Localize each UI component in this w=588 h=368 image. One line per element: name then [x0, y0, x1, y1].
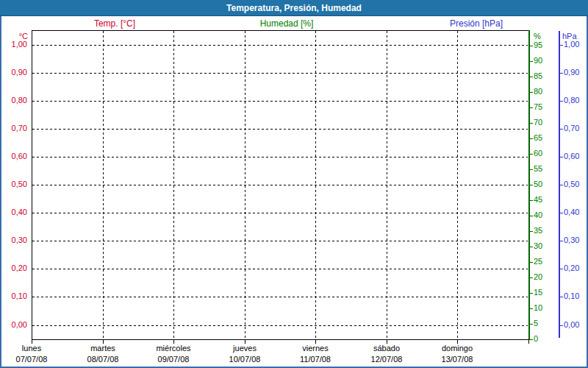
humidity-tick-label: 0	[534, 334, 551, 344]
humidity-tick-label: 5	[534, 319, 551, 328]
temp-tick-label: 0,40	[0, 208, 27, 217]
humidity-tick	[530, 262, 533, 263]
humidity-tick	[530, 247, 533, 247]
humidity-tick	[530, 92, 533, 93]
legend-pressure: Presión [hPa]	[450, 18, 503, 29]
humidity-tick-label: 10	[534, 303, 551, 313]
pressure-tick	[560, 45, 563, 46]
temp-tick-label: 0,20	[0, 263, 27, 273]
temp-tick-label: 0,00	[0, 320, 27, 330]
humidity-tick	[530, 107, 533, 108]
humidity-tick	[530, 138, 533, 139]
day-name-label: miércoles	[140, 344, 207, 353]
day-name-label: sábado	[354, 344, 420, 353]
pressure-tick-label: 0,70	[564, 124, 588, 133]
humidity-tick	[530, 308, 533, 309]
humidity-tick-label: 60	[534, 149, 551, 158]
humidity-tick-label: 30	[534, 241, 551, 251]
pressure-tick-label: 0,50	[564, 180, 588, 189]
pressure-tick	[560, 241, 563, 241]
humidity-tick	[530, 293, 533, 294]
humidity-tick-label: 40	[534, 210, 551, 220]
h-gridline	[32, 157, 528, 158]
humidity-tick	[530, 231, 533, 232]
humidity-tick-label: 25	[534, 257, 551, 266]
pressure-tick	[560, 73, 563, 74]
day-name-label: viernes	[282, 344, 348, 353]
humidity-tick	[530, 61, 533, 62]
humidity-tick	[530, 200, 533, 201]
humidity-tick-label: 85	[534, 71, 551, 81]
h-gridline	[32, 297, 528, 297]
pressure-tick	[560, 325, 563, 326]
chart-window: Temperatura, Presión, Humedad Temp. [°C]…	[0, 0, 588, 368]
humidity-tick-label: 70	[534, 118, 551, 127]
humidity-tick-label: 55	[534, 164, 551, 174]
day-date-label: 08/07/08	[70, 355, 136, 364]
humidity-tick-label: 65	[534, 133, 551, 143]
h-gridline	[32, 213, 528, 213]
day-name-label: jueves	[212, 344, 278, 353]
temp-tick-label: 0,80	[0, 96, 27, 105]
pressure-tick-label: 0,80	[564, 96, 588, 105]
humidity-tick-label: 95	[534, 40, 551, 50]
day-date-label: 13/07/08	[424, 355, 490, 364]
pressure-tick-label: 1,00	[564, 40, 588, 49]
pressure-tick	[560, 185, 563, 185]
day-name-label: domingo	[424, 344, 490, 353]
v-gridline	[245, 31, 245, 339]
humidity-tick	[530, 339, 533, 340]
day-name-label: martes	[70, 344, 136, 353]
temp-tick-label: 0,50	[0, 180, 27, 189]
v-gridline	[315, 31, 316, 339]
day-name-label: lunes	[0, 344, 65, 353]
pressure-tick	[560, 129, 563, 130]
humidity-tick-label: 15	[534, 288, 551, 297]
h-gridline	[32, 129, 528, 130]
temp-tick-label: 1,00	[0, 40, 27, 49]
humidity-tick	[530, 185, 533, 185]
v-gridline	[387, 31, 387, 339]
v-gridline	[103, 31, 104, 339]
v-gridline	[457, 31, 458, 339]
v-gridline	[173, 31, 174, 339]
day-date-label: 12/07/08	[354, 355, 420, 364]
humidity-tick	[530, 216, 533, 216]
humidity-tick	[530, 46, 533, 46]
temp-tick-label: 0,30	[0, 236, 27, 245]
temp-tick-label: 0,70	[0, 124, 27, 133]
day-date-label: 10/07/08	[212, 355, 278, 364]
humidity-tick	[530, 154, 533, 155]
humidity-tick-label: 45	[534, 195, 551, 205]
humidity-tick	[530, 277, 533, 278]
h-gridline	[32, 241, 528, 241]
pressure-tick	[560, 101, 563, 102]
day-date-label: 09/07/08	[140, 355, 207, 364]
title-bar: Temperatura, Presión, Humedad	[0, 0, 588, 16]
h-gridline	[32, 45, 528, 46]
humidity-tick	[530, 123, 533, 124]
pressure-tick-label: 0,60	[564, 152, 588, 161]
humidity-tick	[530, 169, 533, 170]
pressure-tick-label: 0,20	[564, 263, 588, 273]
h-gridline	[32, 269, 528, 269]
pressure-tick	[560, 213, 563, 213]
humidity-tick-label: 75	[534, 102, 551, 112]
humidity-tick-label: 20	[534, 272, 551, 282]
legend-humidity: Humedad [%]	[260, 18, 314, 29]
pressure-tick	[560, 297, 563, 297]
humidity-tick-label: 90	[534, 56, 551, 66]
day-date-label: 07/07/08	[0, 355, 65, 364]
h-gridline	[32, 185, 528, 185]
pressure-tick-label: 0,30	[564, 236, 588, 245]
humidity-tick-label: 80	[534, 87, 551, 96]
humidity-tick-label: 35	[534, 226, 551, 236]
temp-tick-label: 0,10	[0, 291, 27, 301]
x-tick	[528, 339, 529, 344]
pressure-tick-label: 0,00	[564, 320, 588, 330]
legend-temp: Temp. [°C]	[94, 18, 135, 29]
h-gridline	[32, 325, 528, 326]
plot-border-top	[32, 30, 528, 31]
humidity-tick	[530, 77, 533, 77]
temp-tick-label: 0,60	[0, 152, 27, 161]
